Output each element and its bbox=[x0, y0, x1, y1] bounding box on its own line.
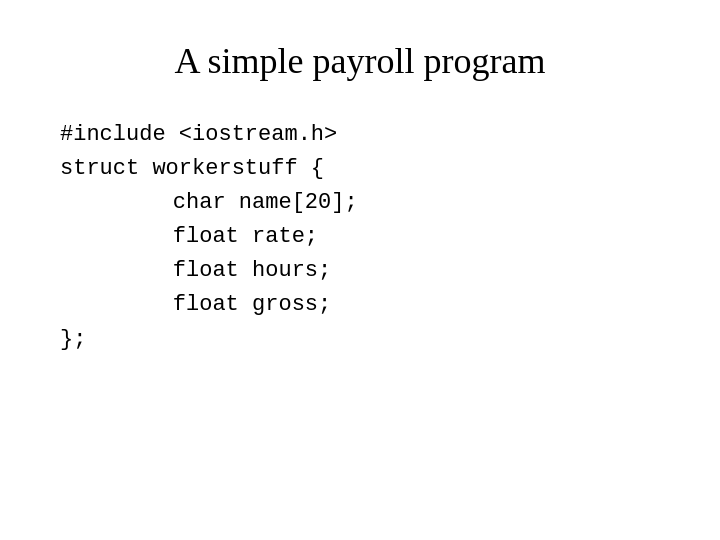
code-line-1: #include <iostream.h> bbox=[60, 118, 660, 152]
slide: A simple payroll program #include <iostr… bbox=[0, 0, 720, 540]
code-line-7: }; bbox=[60, 323, 660, 357]
code-line-4: float rate; bbox=[60, 220, 660, 254]
code-line-3: char name[20]; bbox=[60, 186, 660, 220]
slide-title: A simple payroll program bbox=[60, 40, 660, 82]
code-block: #include <iostream.h> struct workerstuff… bbox=[60, 118, 660, 357]
code-line-2: struct workerstuff { bbox=[60, 152, 660, 186]
code-line-5: float hours; bbox=[60, 254, 660, 288]
code-line-6: float gross; bbox=[60, 288, 660, 322]
